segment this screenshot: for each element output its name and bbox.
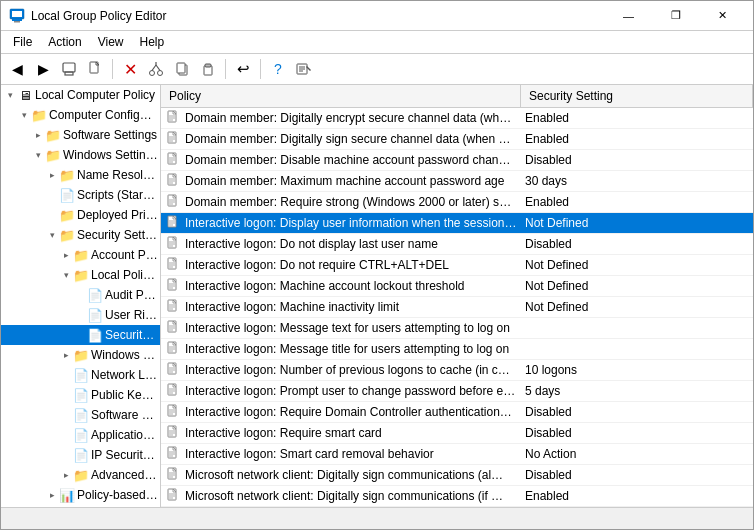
list-row[interactable]: Interactive logon: Message title for use…	[161, 339, 753, 360]
icon-local-computer-policy: 🖥	[17, 87, 33, 103]
list-cell-setting	[521, 326, 753, 330]
list-row[interactable]: Domain member: Maximum machine account p…	[161, 171, 753, 192]
help-button[interactable]: ?	[266, 57, 290, 81]
tree-item-ip-security[interactable]: 📄 IP Security Po…	[1, 445, 160, 465]
tree-item-scripts-startup[interactable]: 📄 Scripts (Startup/S…	[1, 185, 160, 205]
tree-item-name-resolution[interactable]: ▸ 📁 Name Resolutio…	[1, 165, 160, 185]
policy-icon	[165, 362, 181, 378]
list-row[interactable]: Interactive logon: Require Domain Contro…	[161, 402, 753, 423]
menu-file[interactable]: File	[5, 33, 40, 51]
tree-item-software-settings[interactable]: ▸ 📁 Software Settings	[1, 125, 160, 145]
tree-item-public-key[interactable]: 📄 Public Key Po…	[1, 385, 160, 405]
new-doc-button[interactable]	[83, 57, 107, 81]
tree-item-computer-configuration[interactable]: ▾ 📁 Computer Configuration	[1, 105, 160, 125]
tree-item-advanced-audit[interactable]: ▸ 📁 Advanced Au…	[1, 465, 160, 485]
policy-text: Domain member: Digitally sign secure cha…	[185, 132, 510, 146]
tree-item-account-policies[interactable]: ▸ 📁 Account Poli…	[1, 245, 160, 265]
list-cell-setting	[521, 347, 753, 351]
close-button[interactable]: ✕	[700, 6, 745, 26]
policy-text: Interactive logon: Message title for use…	[185, 342, 509, 356]
list-row[interactable]: Interactive logon: Number of previous lo…	[161, 360, 753, 381]
tree-item-application[interactable]: 📄 Application C…	[1, 425, 160, 445]
list-cell-policy: Microsoft network client: Digitally sign…	[161, 465, 521, 485]
svg-rect-3	[12, 19, 22, 21]
tree-item-security-settings[interactable]: ▾ 📁 Security Settings	[1, 225, 160, 245]
label-network-list: Network List…	[91, 368, 158, 382]
list-row[interactable]: Microsoft network client: Digitally sign…	[161, 465, 753, 486]
label-security-options: Security C…	[105, 328, 158, 342]
icon-computer-configuration: 📁	[31, 107, 47, 123]
list-cell-setting: Not Defined	[521, 298, 753, 316]
label-security-settings: Security Settings	[77, 228, 158, 242]
tree-item-security-options[interactable]: 📄 Security C…	[1, 325, 160, 345]
toolbar-separator-1	[112, 59, 113, 79]
list-cell-setting: No Action	[521, 445, 753, 463]
toggle-scripts-startup	[45, 190, 59, 200]
undo-button[interactable]: ↩	[231, 57, 255, 81]
list-row[interactable]: Domain member: Digitally sign secure cha…	[161, 129, 753, 150]
up-button[interactable]	[57, 57, 81, 81]
menu-view[interactable]: View	[90, 33, 132, 51]
menu-action[interactable]: Action	[40, 33, 89, 51]
policy-text: Domain member: Maximum machine account p…	[185, 174, 504, 188]
tree-item-network-list[interactable]: 📄 Network List…	[1, 365, 160, 385]
list-row[interactable]: Interactive logon: Do not display last u…	[161, 234, 753, 255]
icon-network-list: 📄	[73, 367, 89, 383]
list-cell-policy: Domain member: Digitally sign secure cha…	[161, 129, 521, 149]
svg-rect-2	[14, 21, 20, 23]
list-cell-policy: Domain member: Require strong (Windows 2…	[161, 192, 521, 212]
list-cell-policy: Interactive logon: Number of previous lo…	[161, 360, 521, 380]
list-row[interactable]: Interactive logon: Machine account locko…	[161, 276, 753, 297]
list-row[interactable]: Interactive logon: Display user informat…	[161, 213, 753, 234]
menu-help[interactable]: Help	[132, 33, 173, 51]
forward-button[interactable]: ▶	[31, 57, 55, 81]
list-row[interactable]: Domain member: Disable machine account p…	[161, 150, 753, 171]
header-setting[interactable]: Security Setting	[521, 85, 753, 107]
tree-item-policy-based-qos[interactable]: ▸ 📊 Policy-based Qo…	[1, 485, 160, 505]
tree-item-windows-settings[interactable]: ▾ 📁 Windows Settings	[1, 145, 160, 165]
icon-windows-settings: 📁	[45, 147, 61, 163]
list-row[interactable]: Interactive logon: Do not require CTRL+A…	[161, 255, 753, 276]
list-cell-setting: Enabled	[521, 130, 753, 148]
tree-item-audit-policy[interactable]: 📄 Audit Poli…	[1, 285, 160, 305]
list-cell-policy: Interactive logon: Prompt user to change…	[161, 381, 521, 401]
icon-advanced-audit: 📁	[73, 467, 89, 483]
policy-icon	[165, 236, 181, 252]
list-cell-policy: Interactive logon: Require Domain Contro…	[161, 402, 521, 422]
list-row[interactable]: Interactive logon: Message text for user…	[161, 318, 753, 339]
label-application: Application C…	[91, 428, 158, 442]
list-row[interactable]: Interactive logon: Require smart cardDis…	[161, 423, 753, 444]
policy-icon	[165, 257, 181, 273]
list-row[interactable]: Interactive logon: Prompt user to change…	[161, 381, 753, 402]
cut-button[interactable]	[144, 57, 168, 81]
properties-button[interactable]	[292, 57, 316, 81]
tree-item-local-policies[interactable]: ▾ 📁 Local Policies	[1, 265, 160, 285]
restore-button[interactable]: ❐	[653, 6, 698, 26]
list-cell-policy: Interactive logon: Smart card removal be…	[161, 444, 521, 464]
minimize-button[interactable]: —	[606, 6, 651, 26]
tree-item-windows-firewall[interactable]: ▸ 📁 Windows Fire…	[1, 345, 160, 365]
delete-button[interactable]: ✕	[118, 57, 142, 81]
tree-item-software-rest[interactable]: 📄 Software Rest…	[1, 405, 160, 425]
paste-button[interactable]	[196, 57, 220, 81]
list-row[interactable]: Interactive logon: Machine inactivity li…	[161, 297, 753, 318]
tree-item-local-computer-policy[interactable]: ▾ 🖥 Local Computer Policy	[1, 85, 160, 105]
list-row[interactable]: Domain member: Digitally encrypt secure …	[161, 108, 753, 129]
list-row[interactable]: Interactive logon: Smart card removal be…	[161, 444, 753, 465]
policy-text: Interactive logon: Do not display last u…	[185, 237, 438, 251]
window-controls: — ❐ ✕	[606, 6, 745, 26]
tree-item-user-rights[interactable]: 📄 User Righ…	[1, 305, 160, 325]
policy-icon	[165, 341, 181, 357]
list-cell-setting: Disabled	[521, 235, 753, 253]
list-row[interactable]: Microsoft network client: Digitally sign…	[161, 486, 753, 507]
copy-button[interactable]	[170, 57, 194, 81]
policy-icon	[165, 488, 181, 504]
toggle-policy-based-qos: ▸	[45, 490, 59, 500]
tree-item-deployed-printer[interactable]: 📁 Deployed Printer…	[1, 205, 160, 225]
toggle-audit-policy	[73, 290, 87, 300]
list-cell-policy: Domain member: Maximum machine account p…	[161, 171, 521, 191]
header-policy[interactable]: Policy	[161, 85, 521, 107]
list-row[interactable]: Domain member: Require strong (Windows 2…	[161, 192, 753, 213]
policy-text: Domain member: Disable machine account p…	[185, 153, 510, 167]
back-button[interactable]: ◀	[5, 57, 29, 81]
